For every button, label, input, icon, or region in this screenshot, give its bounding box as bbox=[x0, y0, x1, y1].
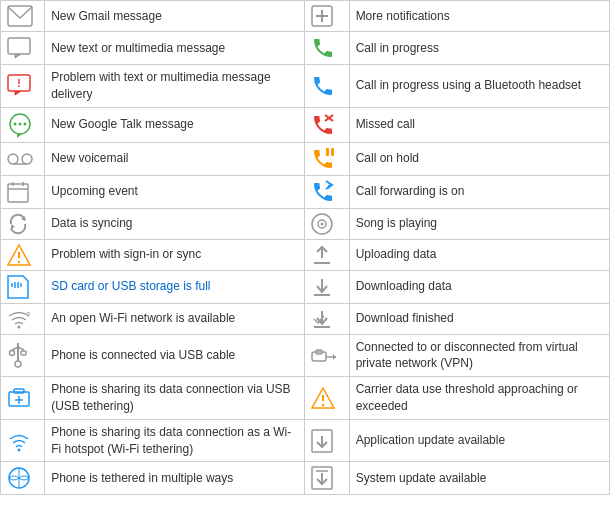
sync-problem-icon bbox=[7, 244, 38, 266]
text-cell-wifi: An open Wi-Fi network is available bbox=[45, 303, 305, 334]
icon-cell bbox=[305, 419, 349, 462]
icon-cell bbox=[305, 1, 349, 32]
table-row: New voicemail Call on hold bbox=[1, 142, 610, 175]
svg-point-9 bbox=[19, 122, 22, 125]
music-icon bbox=[311, 213, 342, 235]
svg-rect-46 bbox=[21, 351, 26, 355]
icon-cell bbox=[1, 175, 45, 208]
icon-cell bbox=[305, 462, 349, 495]
svg-point-38 bbox=[18, 325, 21, 328]
text-cell-tethered: Phone is tethered in multiple ways bbox=[45, 462, 305, 495]
icon-cell bbox=[1, 377, 45, 420]
text-cell-voicemail: New voicemail bbox=[45, 142, 305, 175]
table-row: New text or multimedia message Call in p… bbox=[1, 32, 610, 65]
svg-point-58 bbox=[322, 404, 324, 406]
table-row: ? An open Wi-Fi network is available Dow… bbox=[1, 303, 610, 334]
table-row: New Gmail message More notifications bbox=[1, 1, 610, 32]
text-cell-sys-update: System update available bbox=[349, 462, 609, 495]
voicemail-icon bbox=[7, 151, 38, 167]
icon-cell bbox=[1, 270, 45, 303]
table-row: Phone is tethered in multiple ways Syste… bbox=[1, 462, 610, 495]
icon-cell bbox=[1, 208, 45, 239]
svg-point-10 bbox=[24, 122, 27, 125]
gtalk-icon bbox=[7, 112, 38, 138]
icon-cell bbox=[305, 377, 349, 420]
icon-cell bbox=[1, 32, 45, 65]
svg-text:!: ! bbox=[17, 77, 21, 89]
text-cell-download-done: Download finished bbox=[349, 303, 609, 334]
text-cell-gtalk: New Google Talk message bbox=[45, 107, 305, 142]
text-cell-music: Song is playing bbox=[349, 208, 609, 239]
notification-icons-table: New Gmail message More notifications New… bbox=[0, 0, 610, 495]
text-cell-carrier: Carrier data use threshold approaching o… bbox=[349, 377, 609, 420]
text-cell-vpn: Connected to or disconnected from virtua… bbox=[349, 334, 609, 377]
sms-icon bbox=[7, 37, 38, 59]
icon-cell bbox=[1, 107, 45, 142]
text-cell-download: Downloading data bbox=[349, 270, 609, 303]
svg-rect-17 bbox=[331, 148, 334, 156]
table-row: SD card or USB storage is full Downloadi… bbox=[1, 270, 610, 303]
svg-rect-18 bbox=[8, 184, 28, 202]
text-cell-usb: Phone is connected via USB cable bbox=[45, 334, 305, 377]
call-hold-icon bbox=[311, 147, 342, 171]
icon-cell: ? bbox=[1, 303, 45, 334]
icon-cell bbox=[305, 107, 349, 142]
sys-update-icon bbox=[311, 466, 342, 490]
svg-point-59 bbox=[18, 448, 21, 451]
sms-error-icon: ! bbox=[7, 74, 38, 98]
gmail-icon bbox=[7, 5, 38, 27]
text-cell-sync-problem: Problem with sign-in or sync bbox=[45, 239, 305, 270]
text-cell-sync: Data is syncing bbox=[45, 208, 305, 239]
icon-cell bbox=[1, 142, 45, 175]
svg-rect-53 bbox=[14, 389, 24, 393]
text-cell-missed: Missed call bbox=[349, 107, 609, 142]
text-cell-call-bt: Call in progress using a Bluetooth heads… bbox=[349, 65, 609, 108]
svg-marker-51 bbox=[333, 354, 336, 360]
text-cell-usb-share: Phone is sharing its data connection via… bbox=[45, 377, 305, 420]
icon-cell bbox=[305, 32, 349, 65]
svg-point-14 bbox=[22, 154, 32, 164]
table-row: Data is syncing Song is playing bbox=[1, 208, 610, 239]
svg-rect-0 bbox=[8, 6, 32, 26]
icon-cell bbox=[305, 142, 349, 175]
app-update-icon bbox=[311, 429, 342, 453]
wifi-hotspot-icon bbox=[7, 429, 38, 453]
svg-rect-4 bbox=[8, 38, 30, 54]
svg-rect-16 bbox=[326, 148, 329, 156]
usb-icon bbox=[7, 342, 38, 368]
table-row: Phone is sharing its data connection as … bbox=[1, 419, 610, 462]
call-bt-icon bbox=[311, 74, 342, 98]
wifi-icon: ? bbox=[7, 309, 38, 329]
text-cell-hold: Call on hold bbox=[349, 142, 609, 175]
text-cell-call: Call in progress bbox=[349, 32, 609, 65]
download-done-icon bbox=[311, 308, 342, 330]
call-in-progress-icon bbox=[311, 36, 342, 60]
sdcard-icon bbox=[7, 275, 38, 299]
svg-point-26 bbox=[321, 222, 324, 225]
icon-cell bbox=[1, 462, 45, 495]
sync-icon bbox=[7, 213, 38, 235]
text-cell-more: More notifications bbox=[349, 1, 609, 32]
table-row: Problem with sign-in or sync Uploading d… bbox=[1, 239, 610, 270]
icon-cell bbox=[305, 303, 349, 334]
text-cell-sdcard: SD card or USB storage is full bbox=[45, 270, 305, 303]
icon-cell bbox=[305, 175, 349, 208]
call-forward-icon bbox=[311, 180, 342, 204]
text-cell-sms: New text or multimedia message bbox=[45, 32, 305, 65]
download-icon bbox=[311, 276, 342, 298]
svg-point-29 bbox=[18, 260, 20, 262]
svg-marker-23 bbox=[11, 224, 15, 229]
table-row: New Google Talk message Missed call bbox=[1, 107, 610, 142]
icon-cell bbox=[1, 239, 45, 270]
text-cell-gmail: New Gmail message bbox=[45, 1, 305, 32]
text-cell-wifi-hotspot: Phone is sharing its data connection as … bbox=[45, 419, 305, 462]
icon-cell: ! bbox=[1, 65, 45, 108]
icon-cell bbox=[305, 208, 349, 239]
icon-cell bbox=[305, 239, 349, 270]
text-cell-calendar: Upcoming event bbox=[45, 175, 305, 208]
svg-point-8 bbox=[14, 122, 17, 125]
svg-point-13 bbox=[8, 154, 18, 164]
carrier-icon bbox=[311, 387, 342, 409]
table-row: Phone is sharing its data connection via… bbox=[1, 377, 610, 420]
upload-icon bbox=[311, 244, 342, 266]
